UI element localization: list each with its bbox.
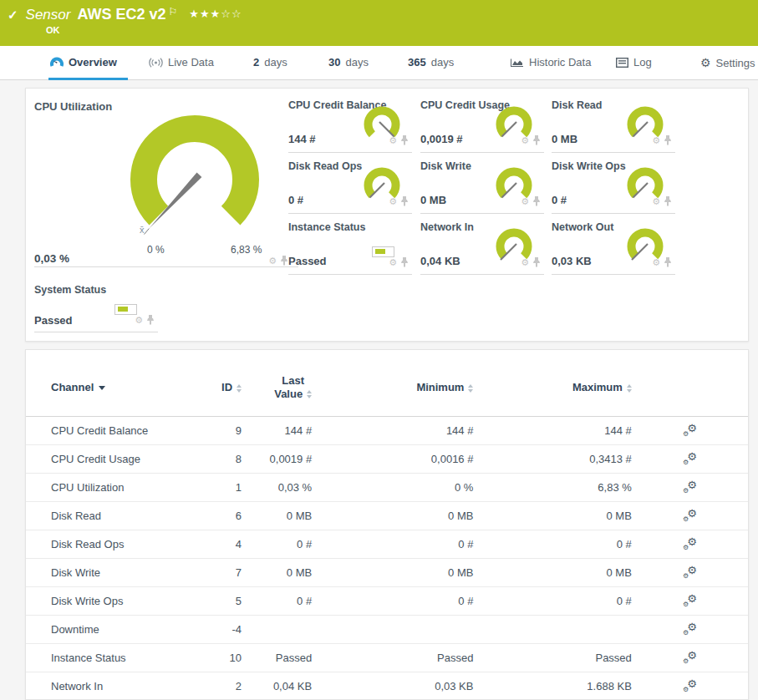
- sort-desc-icon: [99, 386, 105, 390]
- broadcast-icon: [149, 58, 163, 68]
- gauge-min-label: 0 %: [147, 244, 165, 256]
- sensor-status: OK: [46, 25, 60, 35]
- tile-value: Passed: [34, 314, 73, 327]
- channel-name: Disk Write: [51, 566, 196, 579]
- pin-icon[interactable]: [664, 135, 672, 145]
- pin-icon[interactable]: [400, 257, 409, 267]
- active-tab-underline: [48, 78, 128, 80]
- pin-icon[interactable]: [146, 315, 155, 325]
- gear-icon[interactable]: ⚙: [521, 258, 529, 267]
- tab-historic-data[interactable]: Historic Data: [510, 56, 591, 68]
- cpu-utilization-gauge: [111, 100, 278, 239]
- tile-title: CPU Utilization: [34, 100, 112, 113]
- tile-cpu-utilization: CPU Utilization x̄ 0 % 6,83 % 0,03 % ⚙: [34, 95, 298, 267]
- tile-title: System Status: [34, 284, 106, 296]
- table-row: Instance Status 10 Passed Passed Passed …: [26, 644, 748, 672]
- channel-settings-icon[interactable]: ⚙⚙: [683, 510, 697, 522]
- channel-settings-icon[interactable]: ⚙⚙: [683, 424, 697, 437]
- tab-live-data[interactable]: Live Data: [149, 56, 214, 68]
- gear-icon[interactable]: ⚙: [389, 197, 397, 206]
- tile-cpu-credit-balance: CPU Credit Balance 144 # ⚙: [288, 99, 412, 153]
- table-row: Disk Write Ops 5 0 # 0 # 0 # ⚙⚙: [26, 587, 748, 616]
- tab-30-days[interactable]: 30 days: [328, 56, 369, 68]
- gear-icon[interactable]: ⚙: [652, 258, 660, 267]
- channel-settings-icon[interactable]: ⚙⚙: [683, 566, 697, 579]
- column-header-last-value[interactable]: Last Value: [242, 374, 312, 401]
- gauge-icon: [50, 57, 64, 68]
- channel-name: Disk Write Ops: [51, 595, 196, 607]
- channel-name: Network In: [51, 680, 196, 692]
- channel-name: Instance Status: [51, 652, 196, 664]
- priority-stars[interactable]: ★★★☆☆: [189, 8, 242, 20]
- pin-icon[interactable]: [280, 256, 288, 266]
- tile-disk-write: Disk Write 0 MB ⚙: [420, 160, 544, 214]
- chart-icon: [510, 58, 524, 68]
- tab-overview[interactable]: Overview: [50, 56, 117, 68]
- gauges-panel: CPU Utilization x̄ 0 % 6,83 % 0,03 % ⚙ S…: [25, 88, 749, 342]
- sensor-name: AWS EC2 v2: [77, 6, 165, 23]
- gear-icon[interactable]: ⚙: [389, 136, 397, 145]
- pin-icon[interactable]: [664, 196, 672, 206]
- gear-icon[interactable]: ⚙: [652, 136, 660, 145]
- tile-disk-read: Disk Read 0 MB ⚙: [552, 99, 675, 153]
- table-row: Disk Read Ops 4 0 # 0 # 0 # ⚙⚙: [26, 530, 748, 559]
- tile-system-status: System Status Passed ⚙: [34, 282, 158, 332]
- tile-network-out: Network Out 0,03 KB ⚙: [552, 221, 675, 275]
- gear-icon[interactable]: ⚙: [135, 316, 143, 325]
- tile-instance-status: Instance Status Passed ⚙: [288, 221, 412, 275]
- channel-table-panel: Channel ID Last Value Minimum Maximum CP…: [25, 349, 749, 700]
- tile-disk-write-ops: Disk Write Ops 0 # ⚙: [552, 160, 675, 214]
- gear-icon[interactable]: ⚙: [652, 197, 660, 206]
- tab-bar: Overview Live Data 2 days 30 days 365 da…: [0, 46, 758, 80]
- channel-settings-icon[interactable]: ⚙⚙: [683, 481, 697, 494]
- gear-icon[interactable]: ⚙: [389, 258, 397, 267]
- table-row: CPU Credit Usage 8 0,0019 # 0,0016 # 0,3…: [26, 445, 748, 474]
- table-row: Disk Read 6 0 MB 0 MB 0 MB ⚙⚙: [26, 502, 748, 530]
- channel-name: CPU Utilization: [51, 481, 196, 494]
- channel-name: CPU Credit Usage: [51, 453, 196, 465]
- pin-icon[interactable]: [664, 257, 672, 267]
- pin-icon[interactable]: [400, 196, 409, 206]
- gear-icon[interactable]: ⚙: [268, 256, 277, 266]
- tab-log[interactable]: Log: [616, 56, 652, 68]
- tab-365-days[interactable]: 365 days: [408, 56, 454, 68]
- column-header-minimum[interactable]: Minimum: [312, 381, 473, 393]
- sensor-header: ✓ Sensor AWS EC2 v2 ⚐ ★★★☆☆ OK: [0, 0, 758, 46]
- table-row: Disk Write 7 0 MB 0 MB 0 MB ⚙⚙: [26, 559, 748, 587]
- gauge-max-label: 6,83 %: [231, 244, 262, 256]
- status-check-icon: ✓: [8, 8, 18, 23]
- tile-cpu-credit-usage: CPU Credit Usage 0,0019 # ⚙: [420, 99, 544, 153]
- channel-settings-icon[interactable]: ⚙⚙: [683, 623, 697, 636]
- status-bar-indicator: [372, 246, 394, 257]
- gear-icon[interactable]: ⚙: [521, 197, 529, 206]
- pin-icon[interactable]: [532, 196, 541, 206]
- log-list-icon: [616, 58, 628, 68]
- tile-network-in: Network In 0,04 KB ⚙: [420, 221, 544, 275]
- table-row: Network In 2 0,04 KB 0,03 KB 1.688 KB ⚙⚙: [26, 672, 748, 700]
- tab-settings[interactable]: ⚙ Settings: [700, 56, 755, 69]
- pin-icon[interactable]: [532, 135, 541, 145]
- tab-2-days[interactable]: 2 days: [253, 56, 287, 68]
- table-header-row: Channel ID Last Value Minimum Maximum: [26, 350, 748, 417]
- channel-settings-icon[interactable]: ⚙⚙: [683, 595, 697, 607]
- channel-name: Disk Read: [51, 510, 196, 522]
- gear-icon: ⚙: [700, 56, 711, 69]
- pin-icon[interactable]: [400, 135, 409, 145]
- sensor-label: Sensor: [26, 7, 71, 23]
- table-row: CPU Utilization 1 0,03 % 0 % 6,83 % ⚙⚙: [26, 474, 748, 502]
- flag-icon[interactable]: ⚐: [169, 6, 178, 18]
- sort-icon: [627, 384, 632, 393]
- table-row: Downtime -4 ⚙⚙: [26, 616, 748, 644]
- channel-settings-icon[interactable]: ⚙⚙: [683, 453, 697, 465]
- column-header-channel[interactable]: Channel: [51, 381, 196, 393]
- channel-settings-icon[interactable]: ⚙⚙: [683, 652, 697, 664]
- channel-name: CPU Credit Balance: [51, 424, 196, 437]
- gear-icon[interactable]: ⚙: [521, 136, 529, 145]
- channel-name: Downtime: [51, 623, 196, 636]
- column-header-maximum[interactable]: Maximum: [473, 381, 631, 393]
- pin-icon[interactable]: [532, 257, 541, 267]
- column-header-id[interactable]: ID: [196, 381, 242, 393]
- channel-settings-icon[interactable]: ⚙⚙: [683, 680, 697, 692]
- channel-settings-icon[interactable]: ⚙⚙: [683, 538, 697, 550]
- tile-disk-read-ops: Disk Read Ops 0 # ⚙: [288, 160, 412, 214]
